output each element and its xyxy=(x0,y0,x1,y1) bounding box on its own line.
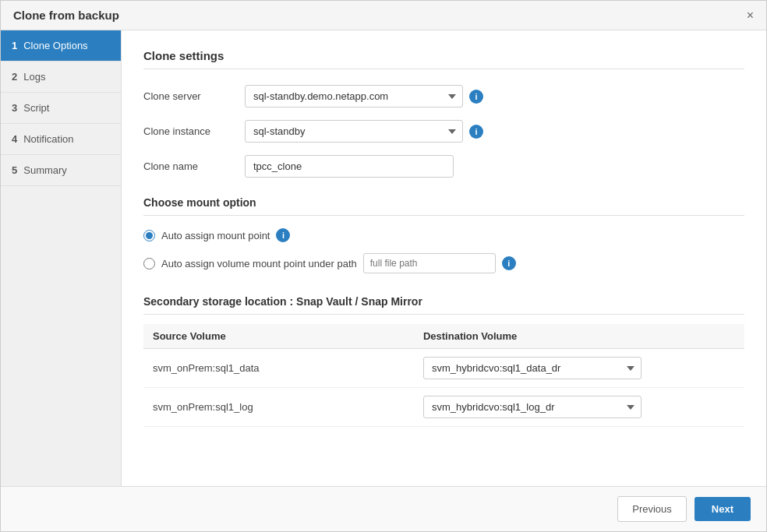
table-row: svm_onPrem:sql1_log svm_hybridcvo:sql1_l… xyxy=(143,388,744,427)
clone-from-backup-dialog: Clone from backup × 1 Clone Options 2 Lo… xyxy=(0,0,767,532)
sidebar-label-logs: Logs xyxy=(23,71,45,83)
dialog-header: Clone from backup × xyxy=(1,1,766,30)
col-header-source: Source Volume xyxy=(143,324,414,349)
mount-section: Choose mount option Auto assign mount po… xyxy=(143,196,744,273)
sidebar-label-script: Script xyxy=(23,102,49,114)
table-row: svm_onPrem:sql1_data svm_hybridcvo:sql1_… xyxy=(143,349,744,388)
step-num-4: 4 xyxy=(12,133,17,145)
sidebar-label-clone-options: Clone Options xyxy=(23,40,87,51)
storage-table: Source Volume Destination Volume svm_onP… xyxy=(143,324,744,427)
dialog-title: Clone from backup xyxy=(13,9,119,22)
secondary-storage-title: Secondary storage location : Snap Vault … xyxy=(143,295,744,315)
radio-auto-path-label: Auto assign volume mount point under pat… xyxy=(161,258,357,270)
secondary-storage-section: Secondary storage location : Snap Vault … xyxy=(143,295,744,427)
step-num-1: 1 xyxy=(12,40,17,51)
mount-option-title: Choose mount option xyxy=(143,196,744,216)
radio-row-auto-assign: Auto assign mount point i xyxy=(143,228,744,242)
source-volume-2: svm_onPrem:sql1_log xyxy=(143,388,414,427)
sidebar-item-script[interactable]: 3 Script xyxy=(1,93,121,124)
radio-auto-path[interactable] xyxy=(143,258,155,270)
auto-path-info-icon[interactable]: i xyxy=(502,256,516,270)
sidebar-item-clone-options[interactable]: 1 Clone Options xyxy=(1,30,121,62)
dest-volume-dropdown-2[interactable]: svm_hybridcvo:sql1_log_dr xyxy=(423,396,642,418)
radio-auto-assign-label: Auto assign mount point xyxy=(161,230,270,241)
dialog-body: 1 Clone Options 2 Logs 3 Script 4 Notifi… xyxy=(1,30,766,486)
sidebar-item-notification[interactable]: 4 Notification xyxy=(1,124,121,155)
dialog-footer: Previous Next xyxy=(1,486,766,531)
next-button[interactable]: Next xyxy=(695,497,751,521)
radio-auto-assign[interactable] xyxy=(143,230,155,241)
source-volume-1: svm_onPrem:sql1_data xyxy=(143,349,414,388)
radio-row-auto-path: Auto assign volume mount point under pat… xyxy=(143,253,744,273)
previous-button[interactable]: Previous xyxy=(617,496,687,522)
clone-name-input[interactable] xyxy=(245,155,454,178)
auto-assign-info-icon[interactable]: i xyxy=(276,228,290,242)
clone-name-group: Clone name xyxy=(143,155,744,178)
sidebar-label-summary: Summary xyxy=(23,164,67,176)
clone-instance-group: Clone instance sql-standby i xyxy=(143,120,744,143)
clone-server-dropdown[interactable]: sql-standby.demo.netapp.com xyxy=(245,85,463,107)
radio-group: Auto assign mount point i Auto assign vo… xyxy=(143,228,744,273)
clone-instance-control: sql-standby i xyxy=(245,120,483,143)
sidebar: 1 Clone Options 2 Logs 3 Script 4 Notifi… xyxy=(1,30,122,486)
step-num-2: 2 xyxy=(12,71,17,83)
dest-volume-cell-1: svm_hybridcvo:sql1_data_dr xyxy=(414,349,744,388)
close-button[interactable]: × xyxy=(747,9,754,22)
clone-settings-title: Clone settings xyxy=(143,49,744,69)
clone-instance-dropdown[interactable]: sql-standby xyxy=(245,120,463,143)
dest-volume-dropdown-1[interactable]: svm_hybridcvo:sql1_data_dr xyxy=(423,357,642,379)
clone-name-label: Clone name xyxy=(143,160,245,172)
col-header-destination: Destination Volume xyxy=(414,324,744,349)
clone-instance-info-icon[interactable]: i xyxy=(469,125,483,139)
clone-server-info-icon[interactable]: i xyxy=(469,90,483,104)
full-file-path-input[interactable] xyxy=(363,253,496,273)
dest-volume-cell-2: svm_hybridcvo:sql1_log_dr xyxy=(414,388,744,427)
clone-server-group: Clone server sql-standby.demo.netapp.com… xyxy=(143,85,744,107)
clone-server-control: sql-standby.demo.netapp.com i xyxy=(245,85,483,107)
sidebar-item-summary[interactable]: 5 Summary xyxy=(1,155,121,186)
clone-name-control xyxy=(245,155,454,178)
step-num-5: 5 xyxy=(12,164,17,176)
sidebar-item-logs[interactable]: 2 Logs xyxy=(1,62,121,93)
clone-server-label: Clone server xyxy=(143,90,245,102)
main-content: Clone settings Clone server sql-standby.… xyxy=(122,30,766,486)
sidebar-label-notification: Notification xyxy=(23,133,73,145)
clone-instance-label: Clone instance xyxy=(143,125,245,137)
step-num-3: 3 xyxy=(12,102,17,114)
